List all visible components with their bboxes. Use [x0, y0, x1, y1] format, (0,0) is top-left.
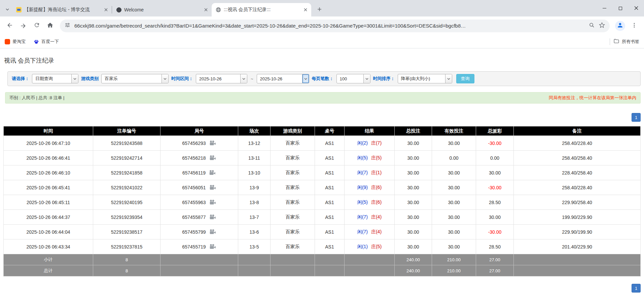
game-type-select[interactable]: 百家乐 — [101, 74, 169, 83]
forward-button[interactable] — [17, 20, 30, 32]
tab-title: 【新提醒】海燕论坛 - 博学交流 — [24, 7, 100, 13]
total-bet-link[interactable]: 30.00 — [395, 165, 432, 180]
home-button[interactable] — [44, 20, 57, 32]
valid-bet-cell: 30.00 — [432, 210, 476, 225]
page-size-select[interactable]: 100 — [336, 74, 370, 83]
bet-id-cell: 522919243588 — [93, 136, 160, 151]
table-no-cell: AS1 — [315, 165, 345, 180]
game-type-cell: 百家乐 — [271, 210, 315, 225]
kebab-menu-icon — [631, 22, 637, 30]
col-header-note: 备注 — [514, 126, 641, 136]
url-text[interactable]: 66cxkj98.com/game/betrecord_search/kind3… — [74, 23, 585, 29]
search-button[interactable]: 查询 — [456, 74, 474, 83]
reload-button[interactable] — [30, 20, 43, 32]
date-range-label: 时间区间： — [171, 76, 193, 82]
total-bet-link[interactable]: 30.00 — [395, 210, 432, 225]
video-camera-icon[interactable] — [209, 229, 216, 235]
time-cell: 2025-10-26 06:46:41 — [4, 151, 93, 165]
time-cell: 2025-10-26 06:45:41 — [4, 180, 93, 195]
tab-close-icon[interactable] — [302, 6, 309, 13]
table-row: 2025-10-26 06:45:11 522919240195 6574559… — [4, 195, 641, 210]
date-start-value: 2025-10-26 — [196, 74, 240, 83]
table-body: 2025-10-26 06:47:10 522919243588 6574562… — [4, 136, 641, 254]
bet-id-cell: 522919238517 — [93, 225, 160, 239]
pagination-top: 1 — [3, 113, 641, 122]
total-bet-link[interactable]: 30.00 — [395, 180, 432, 195]
video-camera-icon[interactable] — [209, 214, 216, 220]
result-player: 闲(2) — [357, 140, 368, 146]
forward-icon — [20, 23, 27, 29]
site-info-icon[interactable] — [65, 22, 70, 29]
valid-bet-cell: 30.00 — [432, 165, 476, 180]
total-bet-link[interactable]: 30.00 — [395, 239, 432, 254]
game-type-value: 百家乐 — [102, 74, 162, 83]
result-banker: 庄(5) — [371, 244, 382, 249]
total-label: 总计 — [4, 265, 93, 276]
page-size-value: 100 — [337, 74, 363, 83]
sort-select[interactable]: 降幂(由大到小) — [398, 74, 452, 83]
chevron-down-icon — [302, 74, 309, 83]
note-cell: 229.90/258.40 — [514, 195, 641, 210]
menu-button[interactable] — [628, 20, 641, 32]
tab-close-icon[interactable] — [202, 6, 210, 13]
new-tab-button[interactable] — [314, 4, 325, 15]
video-camera-icon[interactable] — [209, 185, 216, 190]
game-type-cell: 百家乐 — [271, 165, 315, 180]
page-1-button[interactable]: 1 — [632, 284, 641, 293]
video-camera-icon[interactable] — [209, 155, 216, 161]
game-type-cell: 百家乐 — [271, 195, 315, 210]
total-bet-link[interactable]: 30.00 — [395, 136, 432, 151]
query-mode-select[interactable]: 日期查询 — [32, 74, 78, 83]
video-camera-icon[interactable] — [209, 199, 216, 205]
zoom-icon[interactable] — [589, 22, 595, 30]
bookmark-taobao[interactable]: 爱淘宝 — [5, 39, 26, 45]
tab-welcome[interactable]: Welcome — [112, 3, 212, 16]
back-button[interactable] — [3, 20, 16, 32]
tab-bet-records-active[interactable]: :::视讯 会员下注纪录::: — [212, 3, 311, 16]
tab-forum[interactable]: 【新提醒】海燕论坛 - 博学交流 — [12, 3, 112, 16]
table-no-cell: AS1 — [315, 239, 345, 254]
video-camera-icon[interactable] — [209, 140, 216, 146]
profile-avatar[interactable] — [615, 21, 625, 31]
date-end-select[interactable]: 2025-10-26 — [257, 74, 309, 83]
page-1-button[interactable]: 1 — [632, 113, 641, 122]
total-valid-bet: 210.00 — [432, 265, 476, 276]
maximize-button[interactable] — [612, 0, 628, 16]
payout-cell: 30.00 — [476, 210, 514, 225]
tab-search-button[interactable] — [3, 3, 12, 16]
page-content: 视讯 会员下注纪录 请选择： 日期查询 游戏类别 百家乐 时间区间： 2025-… — [0, 56, 644, 293]
session-cell: 13-6 — [238, 225, 271, 239]
close-window-button[interactable] — [628, 0, 644, 16]
bet-id-cell: 522919240195 — [93, 195, 160, 210]
col-header-game: 游戏类别 — [271, 126, 315, 136]
tab-close-icon[interactable] — [102, 6, 110, 13]
chevron-down-icon — [162, 74, 168, 83]
video-camera-icon[interactable] — [209, 170, 216, 176]
total-bet-link[interactable]: 30.00 — [395, 225, 432, 239]
table-no-cell: AS1 — [315, 136, 345, 151]
video-camera-icon[interactable] — [209, 244, 216, 250]
close-icon — [634, 5, 638, 11]
round-id: 657455719 — [182, 244, 206, 250]
note-cell: 228.40/258.40 — [514, 165, 641, 180]
window-controls — [597, 0, 644, 16]
table-row: 2025-10-26 06:45:41 522919241022 6574560… — [4, 180, 641, 195]
globe-icon — [216, 7, 221, 12]
round-id: 657456293 — [182, 141, 206, 146]
back-icon — [6, 22, 13, 30]
query-mode-label: 请选择： — [12, 76, 29, 82]
bookmark-baidu[interactable]: 百度一下 — [34, 39, 59, 45]
minimize-button[interactable] — [597, 0, 612, 16]
game-type-cell: 百家乐 — [271, 136, 315, 151]
total-bet-link[interactable]: 30.00 — [395, 151, 432, 165]
total-bet-link[interactable]: 30.00 — [395, 195, 432, 210]
bookmark-star-icon[interactable] — [599, 22, 605, 30]
round-cell: 657456119 — [160, 165, 238, 180]
date-start-select[interactable]: 2025-10-26 — [196, 74, 247, 83]
all-bookmarks-button[interactable]: 所有书签 — [613, 38, 639, 45]
address-bar[interactable]: 66cxkj98.com/game/betrecord_search/kind3… — [60, 20, 610, 32]
round-cell: 657456293 — [160, 136, 238, 151]
session-cell: 13-11 — [238, 151, 271, 165]
col-header-total-bet: 总投注 — [395, 126, 432, 136]
table-no-cell: AS1 — [315, 151, 345, 165]
